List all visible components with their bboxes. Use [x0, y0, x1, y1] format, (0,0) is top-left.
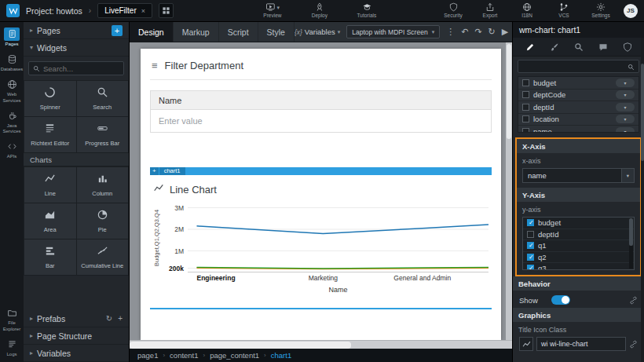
name-input[interactable] [154, 116, 488, 126]
yaxis-option-row[interactable]: q1 [523, 240, 634, 252]
widget-tile-cumulative-line[interactable]: Cumulative Line [77, 240, 129, 275]
tutorials-button[interactable]: Tutorials [353, 2, 381, 19]
device-select[interactable]: Laptop with MDPI Screen ▾ [346, 25, 440, 38]
widget-tile-bar[interactable]: Bar [24, 240, 76, 275]
breadcrumb-chart1[interactable]: chart1 [271, 351, 291, 360]
widget-tile-column[interactable]: Column [77, 167, 129, 203]
tab-properties[interactable] [521, 38, 540, 57]
property-search-input[interactable] [522, 62, 624, 71]
dataset-field-row[interactable]: deptCode ▾ [518, 90, 639, 102]
breadcrumb-page1[interactable]: page1 [137, 351, 158, 360]
canvas-page[interactable]: ≡ Filter Department Name + [141, 49, 501, 340]
dataset-field-row[interactable]: name ▾ [518, 126, 639, 133]
variables-section-header[interactable]: ▸ Variables [24, 345, 129, 362]
yaxis-option-row[interactable]: deptId [523, 229, 634, 241]
redo-icon[interactable]: ↷ [474, 27, 481, 36]
dataset-field-row[interactable]: location ▾ [518, 114, 639, 126]
dataset-field-row[interactable]: deptId ▾ [518, 101, 639, 114]
add-page-button[interactable]: + [112, 25, 123, 36]
dataset-field-row[interactable]: budget ▾ [518, 77, 639, 90]
widget-tile-area[interactable]: Area [24, 203, 76, 239]
widget-tile-progress-bar[interactable]: Progress Bar [77, 117, 129, 152]
chevron-down-icon[interactable]: ▾ [616, 115, 635, 123]
canvas-horizontal-scrollbar[interactable] [130, 340, 512, 349]
design-canvas[interactable]: ≡ Filter Department Name + [130, 42, 512, 340]
show-toggle[interactable] [551, 295, 570, 305]
rail-item-apis[interactable]: APIs [0, 138, 24, 161]
rail-item-java-services[interactable]: Java Services [0, 108, 24, 136]
variables-button[interactable]: {x} Variables ▾ [295, 27, 340, 36]
i18n-button[interactable]: I18N [513, 2, 541, 19]
rail-item-pages[interactable]: Pages [0, 26, 24, 49]
scrollbar-thumb[interactable] [641, 64, 644, 161]
checkbox[interactable] [522, 128, 529, 133]
checkbox[interactable] [522, 104, 529, 111]
scrollbar-thumb[interactable] [130, 342, 351, 349]
yaxis-option-row[interactable]: q3 [523, 263, 634, 270]
tab-search-properties[interactable] [569, 38, 588, 57]
page-tab-livefilter[interactable]: LiveFilter × [97, 3, 152, 18]
yaxis-listbox[interactable]: budget deptId q1 q2 [522, 217, 635, 270]
rail-item-file-explorer[interactable]: File Explorer [0, 305, 24, 333]
export-button[interactable]: Export [476, 2, 504, 19]
filter-header[interactable]: ≡ Filter Department [150, 57, 492, 80]
user-avatar[interactable]: JS [624, 4, 638, 18]
security-button[interactable]: Security [439, 2, 467, 19]
graphics-section-header[interactable]: Graphics [513, 308, 644, 322]
vcs-button[interactable]: VCS [550, 2, 578, 19]
yaxis-option-row[interactable]: budget [523, 218, 634, 229]
checkbox[interactable] [527, 254, 534, 261]
refresh-icon[interactable]: ↻ [488, 27, 496, 36]
widget-tile-pie[interactable]: Pie [77, 203, 129, 239]
tab-style[interactable]: Style [258, 22, 295, 42]
checkbox[interactable] [527, 265, 534, 270]
pages-grid-icon[interactable] [159, 3, 174, 18]
tab-script[interactable]: Script [219, 22, 258, 42]
checkbox[interactable] [527, 242, 534, 249]
tab-comments[interactable] [594, 38, 613, 57]
chevron-down-icon[interactable]: ▾ [616, 79, 635, 87]
widgets-section-header[interactable]: ▾ Widgets [24, 39, 129, 57]
xaxis-section-header[interactable]: X-Axis [517, 139, 640, 153]
tab-markup[interactable]: Markup [174, 22, 219, 42]
bind-icon[interactable] [629, 340, 638, 349]
yaxis-option-row[interactable]: q2 [523, 252, 634, 264]
deploy-button[interactable]: Deploy [306, 2, 334, 19]
breadcrumb-page-content1[interactable]: page_content1 [210, 351, 259, 360]
widget-tile-richtext-editor[interactable]: Richtext Editor [24, 117, 76, 152]
widget-search[interactable] [28, 61, 124, 75]
checkbox[interactable] [522, 79, 529, 86]
tab-security[interactable] [618, 38, 637, 57]
add-prefab-icon[interactable]: + [118, 314, 123, 323]
chevron-down-icon[interactable]: ▾ [616, 103, 635, 112]
title-icon-class-input[interactable]: wi wi-line-chart [536, 337, 626, 351]
rail-item-web-services[interactable]: Web Services [0, 76, 24, 104]
checkbox[interactable] [527, 219, 534, 226]
breadcrumb-content1[interactable]: content1 [170, 351, 198, 360]
rail-item-databases[interactable]: Databases [0, 51, 24, 74]
prefabs-section-header[interactable]: ▸ Prefabs ↻ + [24, 310, 129, 327]
close-icon[interactable]: × [141, 7, 145, 15]
checkbox[interactable] [527, 231, 534, 238]
behavior-section-header[interactable]: Behavior [513, 276, 644, 291]
listbox-scrollbar[interactable] [629, 218, 633, 269]
undo-icon[interactable]: ↶ [461, 27, 468, 36]
kebab-menu-icon[interactable]: ⋮ [446, 27, 455, 36]
chart-widget[interactable]: Line Chart Budget,Q1,Q2,Q3,Q4 3M2M1M200k… [150, 175, 492, 308]
filter-panel[interactable]: Name [150, 90, 492, 133]
selected-chart-widget[interactable]: + chart1 Line Chart Budget,Q1, [150, 167, 492, 309]
tab-styles[interactable] [545, 38, 564, 57]
xaxis-select[interactable]: name ▾ [522, 168, 635, 183]
canvas-vertical-scrollbar[interactable] [506, 42, 512, 340]
widget-tile-spinner[interactable]: Spinner [24, 81, 76, 116]
rail-item-logs[interactable]: Logs [0, 336, 24, 359]
bind-icon[interactable] [629, 296, 638, 305]
checkbox[interactable] [522, 91, 529, 98]
checkbox[interactable] [522, 115, 529, 122]
wavemaker-logo-icon[interactable] [6, 4, 20, 17]
drag-handle-icon[interactable]: + [150, 167, 159, 175]
widget-tile-line[interactable]: Line [24, 167, 76, 203]
widget-search-input[interactable] [43, 64, 119, 73]
run-icon[interactable]: ▶ [502, 27, 508, 36]
pages-section-header[interactable]: ▸ Pages + [24, 22, 129, 39]
